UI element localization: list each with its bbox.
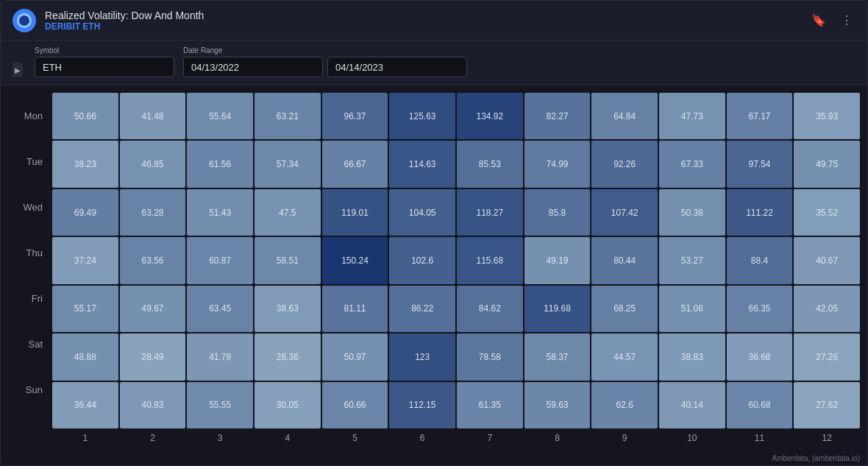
heatmap-cell: 57.34 — [255, 141, 321, 187]
row-label: Tue — [1, 138, 49, 184]
heatmap-cell: 49.75 — [794, 141, 860, 187]
col-label: 12 — [794, 433, 860, 443]
heatmap-cell: 67.17 — [727, 93, 793, 139]
col-label: 3 — [187, 433, 253, 443]
heatmap-cell: 63.45 — [187, 286, 253, 332]
heatmap-cell: 112.15 — [389, 382, 455, 428]
heatmap-cell: 86.22 — [389, 286, 455, 332]
heatmap-cell: 59.63 — [524, 382, 591, 428]
heatmap-cell: 107.42 — [591, 189, 658, 236]
menu-icon[interactable]: ⋮ — [838, 10, 855, 30]
heatmap-cell: 55.55 — [187, 382, 253, 428]
heatmap-cell: 35.52 — [794, 189, 860, 236]
row-label: Sat — [1, 321, 49, 367]
row-label: Fri — [1, 275, 49, 321]
date-end-input[interactable] — [327, 57, 467, 77]
row-label: Thu — [1, 230, 49, 275]
heatmap-cell: 47.5 — [255, 189, 321, 236]
heatmap-cell: 61.56 — [187, 141, 253, 187]
heatmap-cell: 38.83 — [659, 333, 725, 380]
heatmap-grid: 50.6641.4855.6463.2196.37125.63134.9282.… — [52, 93, 860, 428]
heatmap-cell: 63.28 — [120, 189, 186, 236]
col-label: 8 — [524, 433, 591, 443]
heatmap-cell: 48.88 — [52, 333, 118, 380]
controls-bar: ▶ Symbol Date Range — [1, 40, 867, 85]
row-label: Wed — [1, 184, 49, 230]
heatmap-cell: 125.63 — [389, 93, 455, 139]
col-label: 10 — [659, 433, 725, 443]
symbol-input[interactable] — [35, 57, 174, 77]
heatmap-cell: 55.64 — [187, 93, 253, 139]
row-labels: MonTueWedThuFriSatSun — [1, 93, 49, 412]
col-label: 11 — [727, 433, 793, 443]
symbol-control: Symbol — [35, 46, 174, 77]
heatmap-cell: 85.53 — [457, 141, 523, 187]
col-label: 9 — [591, 433, 658, 443]
heatmap-cell: 51.08 — [659, 286, 725, 332]
heatmap-cell: 63.56 — [120, 237, 186, 283]
footer-credit: Amberdata, (amberdata.io) — [772, 454, 860, 462]
heatmap-cell: 60.66 — [322, 382, 388, 428]
logo-icon — [13, 9, 36, 32]
heatmap-cell: 38.23 — [52, 141, 118, 187]
sidebar-toggle[interactable]: ▶ — [13, 63, 23, 77]
bookmark-icon[interactable]: 🔖 — [808, 10, 829, 30]
heatmap-cell: 28.49 — [120, 333, 186, 380]
heatmap-cell: 114.63 — [389, 141, 455, 187]
heatmap-cell: 111.22 — [727, 189, 793, 236]
heatmap-cell: 47.73 — [659, 93, 725, 139]
header: Realized Volatility: Dow And Month DERIB… — [1, 1, 867, 40]
header-left: Realized Volatility: Dow And Month DERIB… — [13, 9, 204, 32]
heatmap-cell: 41.48 — [120, 93, 186, 139]
heatmap-cell: 97.54 — [727, 141, 793, 187]
heatmap-cell: 58.37 — [524, 333, 591, 380]
heatmap-cell: 74.99 — [524, 141, 591, 187]
heatmap-cell: 96.37 — [322, 93, 388, 139]
col-label: 2 — [120, 433, 186, 443]
row-label: Sun — [1, 367, 49, 412]
heatmap-cell: 68.25 — [591, 286, 658, 332]
heatmap-cell: 63.21 — [255, 93, 321, 139]
heatmap-cell: 81.11 — [322, 286, 388, 332]
col-label: 7 — [457, 433, 523, 443]
app-container: Realized Volatility: Dow And Month DERIB… — [0, 0, 868, 466]
heatmap-cell: 37.24 — [52, 237, 118, 283]
date-range-label: Date Range — [183, 46, 467, 54]
heatmap-cell: 30.05 — [255, 382, 321, 428]
heatmap-cell: 104.05 — [389, 189, 455, 236]
chart-subtitle: DERIBIT ETH — [45, 21, 204, 32]
heatmap-cell: 64.84 — [591, 93, 658, 139]
heatmap-cell: 49.67 — [120, 286, 186, 332]
heatmap-cell: 49.19 — [524, 237, 591, 283]
heatmap-cell: 78.58 — [457, 333, 523, 380]
date-start-input[interactable] — [183, 57, 323, 77]
heatmap-cell: 51.43 — [187, 189, 253, 236]
chart-area: MonTueWedThuFriSatSun 50.6641.4855.6463.… — [1, 85, 867, 465]
heatmap-cell: 53.27 — [659, 237, 725, 283]
heatmap-cell: 123 — [389, 333, 455, 380]
header-title: Realized Volatility: Dow And Month DERIB… — [45, 10, 204, 32]
heatmap-cell: 50.66 — [52, 93, 118, 139]
heatmap-cell: 28.36 — [255, 333, 321, 380]
row-label: Mon — [1, 93, 49, 138]
heatmap-cell: 50.38 — [659, 189, 725, 236]
heatmap-cell: 84.62 — [457, 286, 523, 332]
heatmap-cell: 150.24 — [322, 237, 388, 283]
col-labels: 123456789101112 — [52, 433, 860, 443]
heatmap-cell: 134.92 — [457, 93, 523, 139]
heatmap-cell: 40.67 — [794, 237, 860, 283]
heatmap-cell: 119.68 — [524, 286, 591, 332]
col-label: 1 — [52, 433, 118, 443]
heatmap-cell: 85.8 — [524, 189, 591, 236]
heatmap-cell: 27.62 — [794, 382, 860, 428]
heatmap-cell: 44.57 — [591, 333, 658, 380]
heatmap-cell: 69.49 — [52, 189, 118, 236]
heatmap-wrapper: 50.6641.4855.6463.2196.37125.63134.9282.… — [52, 93, 860, 443]
heatmap-cell: 36.68 — [727, 333, 793, 380]
heatmap-cell: 67.33 — [659, 141, 725, 187]
heatmap-cell: 92.26 — [591, 141, 658, 187]
heatmap-cell: 118.27 — [457, 189, 523, 236]
date-range-control: Date Range — [183, 46, 467, 77]
heatmap-cell: 42.05 — [794, 286, 860, 332]
heatmap-cell: 61.35 — [457, 382, 523, 428]
